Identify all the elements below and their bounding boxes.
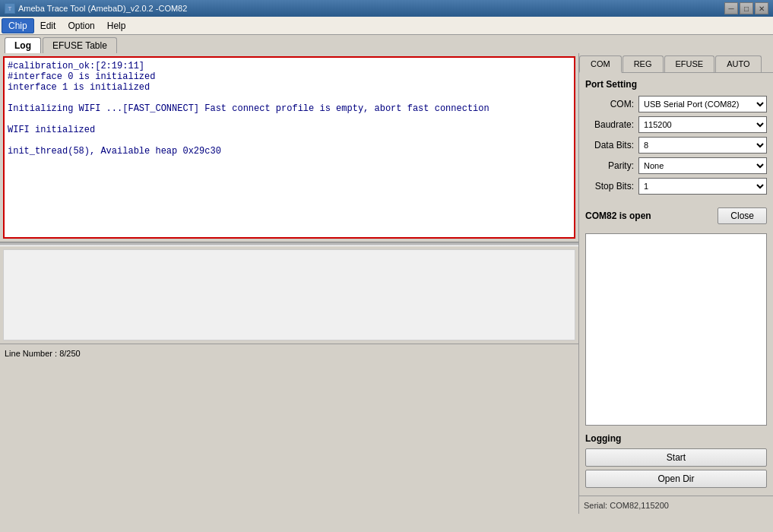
com-status-text: COM82 is open: [585, 211, 718, 221]
title-bar: T Ameba Trace Tool (AmebaD)_v2.0.2 -COM8…: [0, 0, 773, 17]
com-label: COM:: [585, 99, 638, 109]
com-select[interactable]: USB Serial Port (COM82): [638, 96, 767, 112]
stopbits-row: Stop Bits: 1: [585, 178, 767, 195]
right-status-bar: Serial: COM82,115200: [579, 496, 773, 514]
title-bar-buttons: ─ □ ✕: [724, 2, 768, 14]
app-icon: T: [5, 3, 15, 14]
left-panel: Line Number : 8/250: [0, 53, 579, 514]
tab-efuse-table[interactable]: EFUSE Table: [43, 37, 117, 53]
port-settings-title: Port Setting: [585, 79, 767, 90]
parity-select[interactable]: None: [638, 157, 767, 174]
databits-select[interactable]: 8: [638, 137, 767, 154]
parity-row: Parity: None: [585, 157, 767, 174]
open-dir-button[interactable]: Open Dir: [585, 470, 767, 488]
right-tab-auto[interactable]: AUTO: [715, 55, 761, 72]
start-logging-button[interactable]: Start: [585, 448, 767, 467]
logging-section: Logging Start Open Dir: [579, 429, 773, 496]
baudrate-select[interactable]: 115200: [638, 116, 767, 133]
databits-label: Data Bits:: [585, 140, 638, 150]
parity-label: Parity:: [585, 160, 638, 171]
right-tab-efuse[interactable]: EFUSE: [664, 55, 715, 72]
close-com-button[interactable]: Close: [718, 207, 767, 224]
menu-option[interactable]: Option: [62, 19, 100, 33]
title-bar-text: Ameba Trace Tool (AmebaD)_v2.0.2 -COM82: [18, 4, 724, 13]
com-status-row: COM82 is open Close: [579, 204, 773, 227]
baudrate-label: Baudrate:: [585, 119, 638, 130]
right-tabs: COM REG EFUSE AUTO: [579, 53, 773, 73]
log-area[interactable]: [5, 58, 574, 237]
port-settings: Port Setting COM: USB Serial Port (COM82…: [579, 73, 773, 204]
baudrate-row: Baudrate: 115200: [585, 116, 767, 133]
stopbits-select[interactable]: 1: [638, 178, 767, 195]
right-panel: COM REG EFUSE AUTO Port Setting COM: USB…: [579, 53, 773, 514]
stopbits-label: Stop Bits:: [585, 181, 638, 192]
right-tab-com[interactable]: COM: [579, 55, 622, 73]
serial-info: Serial: COM82,115200: [584, 501, 669, 510]
tabs-row: Log EFUSE Table: [0, 35, 773, 53]
monitor-area: [585, 233, 767, 426]
main-layout: Line Number : 8/250 COM REG EFUSE AUTO P…: [0, 53, 773, 514]
log-area-wrapper: [3, 56, 575, 239]
status-bar: Line Number : 8/250: [0, 344, 578, 362]
tab-log[interactable]: Log: [5, 37, 41, 53]
menu-edit[interactable]: Edit: [34, 19, 62, 33]
menu-help[interactable]: Help: [101, 19, 132, 33]
right-tab-reg[interactable]: REG: [623, 55, 664, 72]
h-divider[interactable]: [0, 242, 578, 246]
status-line-number: Line Number : 8/250: [5, 349, 574, 358]
bottom-empty-area: [3, 249, 575, 340]
maximize-button[interactable]: □: [740, 2, 753, 14]
menu-chip[interactable]: Chip: [2, 18, 34, 33]
minimize-button[interactable]: ─: [724, 2, 738, 14]
databits-row: Data Bits: 8: [585, 137, 767, 154]
close-button[interactable]: ✕: [755, 2, 768, 14]
com-row: COM: USB Serial Port (COM82): [585, 96, 767, 112]
logging-title: Logging: [585, 433, 767, 444]
menu-bar: Chip Edit Option Help: [0, 17, 773, 35]
